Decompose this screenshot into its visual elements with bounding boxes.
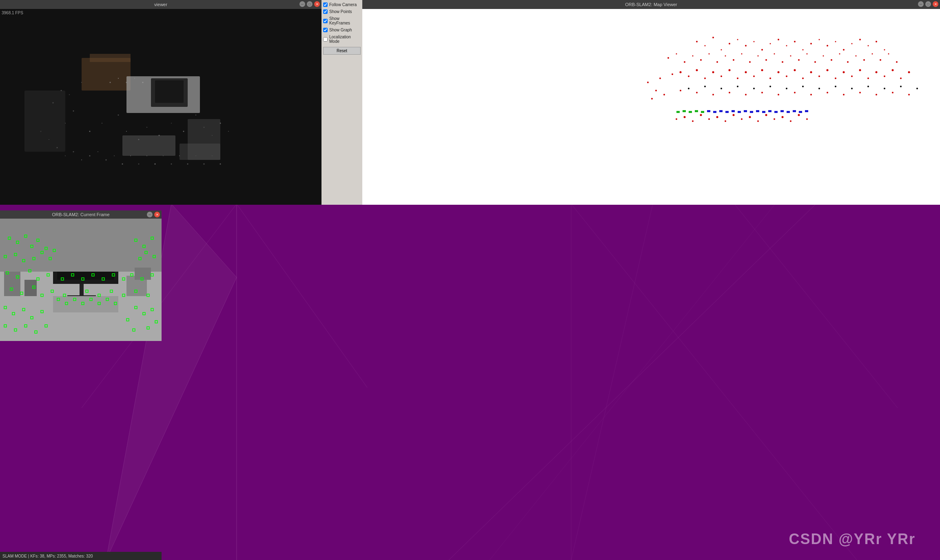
svg-point-126 <box>696 69 698 71</box>
svg-point-51 <box>155 164 156 165</box>
map-viewer-window: ORB-SLAM2: Map Viewer ─ □ ✕ <box>362 0 940 205</box>
svg-rect-12 <box>82 58 131 91</box>
camera-frame-svg <box>0 219 162 341</box>
svg-point-84 <box>810 43 812 44</box>
svg-point-110 <box>798 59 800 61</box>
svg-point-132 <box>745 71 747 73</box>
csdn-watermark: CSDN @YRr YRr <box>789 531 916 548</box>
svg-point-86 <box>827 45 828 46</box>
svg-point-31 <box>183 131 184 132</box>
svg-point-121 <box>888 53 889 55</box>
show-points-row: Show Points <box>323 9 361 15</box>
svg-point-174 <box>851 88 853 89</box>
follow-camera-checkbox[interactable] <box>323 2 328 7</box>
svg-point-160 <box>737 86 738 87</box>
svg-rect-191 <box>725 111 729 113</box>
svg-point-220 <box>798 114 800 116</box>
svg-point-125 <box>688 75 689 77</box>
svg-point-117 <box>856 55 857 57</box>
map-maximize-button[interactable]: □ <box>925 1 931 7</box>
svg-point-102 <box>733 59 734 61</box>
svg-point-169 <box>810 94 812 95</box>
svg-rect-186 <box>695 110 698 112</box>
svg-point-36 <box>228 131 229 132</box>
svg-rect-203 <box>799 111 802 113</box>
svg-point-159 <box>729 92 730 93</box>
svg-rect-197 <box>762 111 765 113</box>
svg-point-182 <box>916 88 918 89</box>
status-bar: SLAM MODE | KFs: 38, MPs: 2355, Matches:… <box>0 552 162 560</box>
svg-point-181 <box>908 94 910 95</box>
svg-point-223 <box>655 90 657 91</box>
svg-point-162 <box>753 88 755 89</box>
svg-rect-200 <box>780 110 784 112</box>
map-minimize-button[interactable]: ─ <box>918 1 924 7</box>
svg-rect-183 <box>676 111 680 113</box>
localization-mode-checkbox[interactable] <box>323 37 328 42</box>
svg-point-32 <box>195 115 196 115</box>
svg-point-77 <box>754 41 755 42</box>
frame-close-button[interactable]: ✕ <box>154 212 160 217</box>
svg-point-24 <box>102 123 102 124</box>
localization-mode-row: Localization Mode <box>323 34 361 44</box>
status-text: SLAM MODE | KFs: 38, MPs: 2355, Matches:… <box>2 554 93 558</box>
viewer-close-button[interactable]: ✕ <box>314 1 320 7</box>
svg-rect-234 <box>0 219 162 272</box>
pointcloud-svg <box>0 9 321 205</box>
svg-point-128 <box>712 71 714 73</box>
svg-rect-13 <box>90 54 131 62</box>
svg-point-114 <box>831 59 832 61</box>
svg-point-63 <box>134 78 135 79</box>
svg-point-226 <box>663 94 665 95</box>
svg-point-137 <box>786 75 787 77</box>
svg-point-134 <box>761 69 763 71</box>
svg-point-175 <box>859 92 861 93</box>
show-keyframes-checkbox[interactable] <box>323 19 328 23</box>
svg-point-79 <box>770 43 771 44</box>
svg-point-139 <box>802 77 804 79</box>
svg-point-73 <box>721 49 722 51</box>
svg-point-87 <box>835 41 836 42</box>
svg-point-57 <box>204 164 205 165</box>
viewer-maximize-button[interactable]: □ <box>307 1 313 7</box>
show-graph-label: Show Graph <box>329 28 352 32</box>
svg-point-222 <box>647 82 649 83</box>
svg-point-149 <box>884 75 885 77</box>
svg-rect-192 <box>732 110 735 112</box>
svg-point-83 <box>803 49 804 51</box>
svg-point-158 <box>721 88 722 89</box>
svg-rect-231 <box>80 284 84 296</box>
svg-rect-65 <box>122 135 175 156</box>
svg-point-62 <box>126 82 127 83</box>
svg-point-214 <box>749 116 751 118</box>
svg-point-127 <box>704 77 706 79</box>
svg-point-164 <box>769 86 771 87</box>
viewer-titlebar: viewer ─ □ ✕ <box>0 0 321 9</box>
map-viewer-content <box>362 9 940 205</box>
svg-point-130 <box>729 69 731 71</box>
svg-point-113 <box>823 55 824 57</box>
svg-point-171 <box>827 92 828 93</box>
frame-minimize-button[interactable]: ─ <box>147 212 153 217</box>
svg-point-144 <box>843 71 845 73</box>
svg-point-99 <box>709 53 710 55</box>
map-close-button[interactable]: ✕ <box>933 1 938 7</box>
svg-point-215 <box>757 120 759 122</box>
svg-point-120 <box>880 59 881 61</box>
svg-point-70 <box>696 41 698 42</box>
show-graph-checkbox[interactable] <box>323 28 328 32</box>
svg-point-104 <box>749 61 751 63</box>
svg-rect-199 <box>774 111 778 113</box>
svg-point-119 <box>872 53 873 55</box>
svg-point-148 <box>876 71 878 73</box>
svg-point-18 <box>69 94 70 95</box>
svg-point-85 <box>819 39 820 40</box>
svg-point-208 <box>700 114 702 116</box>
svg-point-30 <box>171 123 172 124</box>
show-points-checkbox[interactable] <box>323 9 328 14</box>
svg-point-41 <box>73 151 74 153</box>
show-keyframes-row: Show KeyFrames <box>323 15 361 26</box>
reset-button[interactable]: Reset <box>323 47 361 55</box>
viewer-minimize-button[interactable]: ─ <box>299 1 305 7</box>
svg-point-123 <box>672 73 673 75</box>
